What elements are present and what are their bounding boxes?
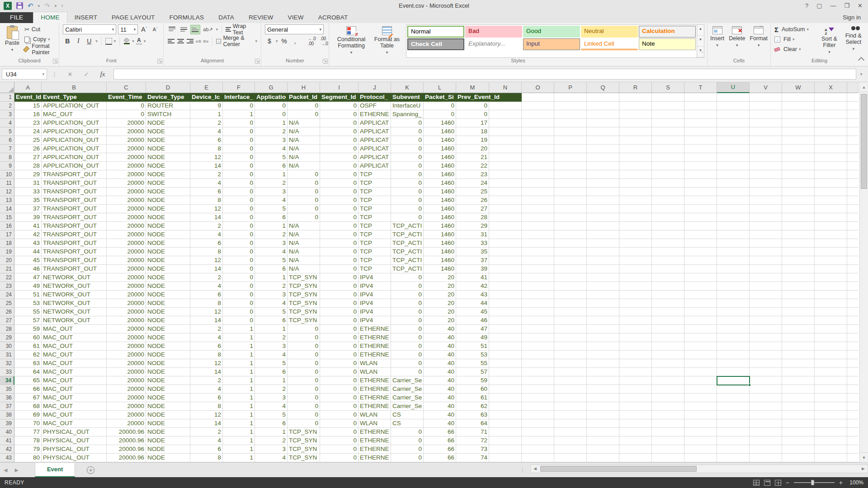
cell[interactable]: 1	[223, 411, 255, 419]
bold-button[interactable]: B	[63, 36, 72, 46]
ribbon-display-options-icon[interactable]: ▢	[816, 2, 822, 9]
cell[interactable]: TCP_ACTI	[391, 239, 424, 248]
cell[interactable]	[587, 119, 619, 127]
cell[interactable]: 0	[288, 402, 320, 411]
cell[interactable]: NODE	[146, 351, 190, 359]
zoom-level[interactable]: 100%	[847, 479, 863, 486]
cell[interactable]: 0	[391, 162, 424, 170]
cell[interactable]: NODE	[146, 428, 190, 436]
cell[interactable]	[847, 119, 859, 127]
cell[interactable]	[815, 385, 847, 394]
cell[interactable]	[619, 436, 652, 445]
comma-button[interactable]: ,	[291, 36, 300, 46]
cell[interactable]	[815, 127, 847, 136]
cell[interactable]	[782, 325, 815, 333]
cell[interactable]	[815, 282, 847, 291]
cell[interactable]: 2	[190, 273, 223, 282]
cell[interactable]	[554, 376, 587, 385]
cell[interactable]	[587, 110, 619, 119]
cell[interactable]: 35	[14, 196, 42, 205]
cell[interactable]: TRANSPORT_OUT	[42, 179, 107, 188]
cell[interactable]: NODE	[146, 205, 190, 213]
cell[interactable]: NODE	[146, 376, 190, 385]
currency-button[interactable]: $	[265, 36, 274, 46]
cell[interactable]	[554, 445, 587, 454]
cell[interactable]: 55	[456, 359, 489, 368]
cell[interactable]	[847, 230, 859, 239]
cell[interactable]: 20000.96	[107, 436, 146, 445]
cell[interactable]: 6	[190, 239, 223, 248]
cell[interactable]: 79	[14, 445, 42, 454]
cell[interactable]	[652, 136, 684, 145]
cell[interactable]	[847, 333, 859, 342]
cell[interactable]	[652, 333, 684, 342]
cell[interactable]	[652, 385, 684, 394]
column-header-F[interactable]: F	[223, 82, 255, 93]
cell[interactable]	[684, 179, 717, 188]
cell[interactable]: 20	[424, 291, 456, 299]
column-header-M[interactable]: M	[456, 82, 489, 93]
cell[interactable]: NODE	[146, 445, 190, 454]
cell[interactable]	[750, 119, 782, 127]
cell[interactable]: TCP	[359, 239, 391, 248]
cell[interactable]: MAC_OUT	[42, 333, 107, 342]
cell[interactable]	[782, 265, 815, 273]
cell[interactable]	[554, 325, 587, 333]
cell[interactable]: 4	[255, 248, 288, 256]
row-header-7[interactable]: 7	[0, 145, 14, 153]
cell[interactable]	[684, 102, 717, 110]
cell[interactable]: Device_Ic	[190, 93, 223, 102]
cell[interactable]	[587, 136, 619, 145]
cell[interactable]	[489, 351, 522, 359]
cell[interactable]	[619, 213, 652, 222]
cell[interactable]: N/A	[288, 222, 320, 230]
cell[interactable]: 21	[456, 153, 489, 162]
cell[interactable]: 2	[255, 127, 288, 136]
column-header-S[interactable]: S	[652, 82, 684, 93]
cell[interactable]: CS	[391, 419, 424, 428]
cell[interactable]: 0	[288, 205, 320, 213]
cell[interactable]: 6	[190, 136, 223, 145]
cell[interactable]: NODE	[146, 342, 190, 351]
cell[interactable]	[652, 308, 684, 316]
cell[interactable]	[619, 265, 652, 273]
cell[interactable]	[717, 333, 750, 342]
cell[interactable]	[489, 153, 522, 162]
cell[interactable]: 40	[424, 368, 456, 376]
redo-icon[interactable]: ↷	[44, 2, 50, 9]
cell[interactable]: 70	[14, 419, 42, 428]
cell[interactable]	[717, 436, 750, 445]
cell[interactable]	[489, 368, 522, 376]
cell[interactable]: 0	[288, 102, 320, 110]
cell[interactable]	[619, 196, 652, 205]
cell[interactable]: 4	[190, 385, 223, 394]
cell[interactable]	[717, 325, 750, 333]
tab-view[interactable]: VIEW	[280, 12, 311, 23]
cell[interactable]: MAC_OUT	[42, 110, 107, 119]
column-header-J[interactable]: J	[359, 82, 391, 93]
cell[interactable]	[619, 428, 652, 436]
cell[interactable]: 68	[14, 402, 42, 411]
cell[interactable]: 12	[190, 308, 223, 316]
cell[interactable]: 0	[223, 136, 255, 145]
cell[interactable]: 1	[223, 402, 255, 411]
cell[interactable]: NODE	[146, 136, 190, 145]
cell[interactable]	[717, 454, 750, 462]
cell[interactable]: 20000	[107, 119, 146, 127]
cell[interactable]: APPLICAT	[359, 145, 391, 153]
cell[interactable]	[554, 308, 587, 316]
cell[interactable]	[619, 205, 652, 213]
cell[interactable]: MAC_OUT	[42, 351, 107, 359]
cell[interactable]: MAC_OUT	[42, 325, 107, 333]
cell[interactable]: 20000	[107, 256, 146, 265]
cell[interactable]: APPLICAT	[359, 127, 391, 136]
cell[interactable]	[684, 222, 717, 230]
cell[interactable]: 20000	[107, 282, 146, 291]
cell[interactable]: TCP_SYN	[288, 445, 320, 454]
number-dialog-launcher-icon[interactable]: ↘	[323, 59, 328, 64]
fill-color-button[interactable]	[123, 38, 130, 44]
cell[interactable]	[782, 385, 815, 394]
cell[interactable]: MAC_OUT	[42, 411, 107, 419]
cell[interactable]: ETHERNE	[359, 394, 391, 402]
cell-style-input[interactable]: Input	[523, 38, 580, 50]
